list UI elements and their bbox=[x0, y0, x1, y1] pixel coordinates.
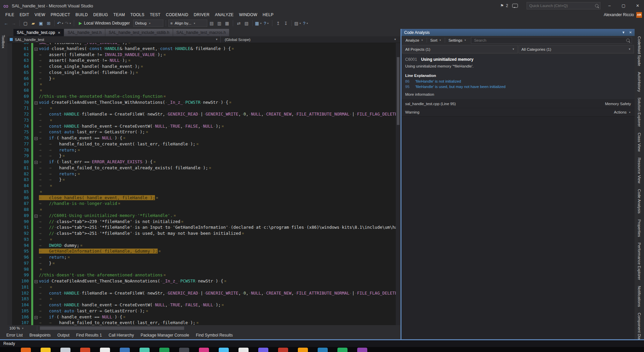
save-icon[interactable]: ▣ bbox=[38, 21, 44, 26]
menu-item-team[interactable]: TEAM bbox=[111, 12, 128, 17]
collapse-region-icon[interactable]: − bbox=[35, 48, 38, 51]
bottom-tab-call-hierarchy[interactable]: Call Hierarchy bbox=[106, 333, 137, 338]
align-right-icon[interactable]: ▦ bbox=[224, 21, 230, 26]
code-line[interactable]: 70−void·CreateFileAndEvent_ThenClose_Wit… bbox=[7, 99, 396, 105]
menu-item-analyze[interactable]: ANALYZE bbox=[212, 12, 236, 17]
menu-item-edit[interactable]: EDIT bbox=[17, 12, 32, 17]
tool-tab-codemaid-spade[interactable]: CodeMaid Spade bbox=[637, 36, 641, 66]
code-line[interactable]: 81→→handle_failed_to_create_event_alread… bbox=[7, 165, 396, 171]
taskbar-icon-10[interactable] bbox=[219, 348, 229, 352]
bottom-tab-package-manager-console[interactable]: Package Manager Console bbox=[138, 333, 192, 338]
filter-combo-1[interactable]: All Categories (1)▼ bbox=[519, 45, 634, 53]
code-line[interactable]: 95→GetHandleInformation(·fileHandle,·&du… bbox=[7, 248, 396, 254]
code-line[interactable]: 84→¤ bbox=[7, 183, 396, 189]
collapse-region-icon[interactable]: − bbox=[35, 137, 38, 140]
zoom-combo[interactable]: 100 % ▼ bbox=[7, 325, 37, 331]
doc-tab-SAL_handle_test.cpp[interactable]: SAL_handle_test.cpp✕ bbox=[13, 29, 64, 36]
taskbar-icon-2[interactable] bbox=[60, 348, 70, 352]
sort-dropdown[interactable]: Sort▼ bbox=[428, 38, 443, 42]
settings-dropdown[interactable]: Settings▼ bbox=[446, 38, 469, 42]
line-explanation-row[interactable]: 95'fileHandle' is used, but may not have… bbox=[401, 84, 635, 89]
fold-margin[interactable]: − bbox=[33, 314, 39, 320]
taskbar-icon-0[interactable] bbox=[21, 348, 31, 352]
code-analysis-search-box[interactable] bbox=[471, 37, 632, 44]
new-file-icon[interactable]: ▢ bbox=[22, 21, 29, 26]
tool-tab-properties[interactable]: Properties bbox=[637, 219, 641, 237]
collapse-region-icon[interactable]: − bbox=[35, 101, 38, 104]
start-debugger-button[interactable]: ▶Local Windows Debugger bbox=[76, 21, 132, 26]
taskbar-icon-4[interactable] bbox=[100, 348, 110, 352]
tool-tab-toolbox[interactable]: Toolbox bbox=[1, 35, 5, 48]
window-position-icon[interactable]: ▼ bbox=[622, 31, 625, 34]
scrollbar-thumb[interactable] bbox=[397, 57, 399, 125]
collapse-region-icon[interactable]: − bbox=[35, 316, 38, 319]
code-line[interactable]: 76−→if·(·handle_event·==·NULL·)·{¤ bbox=[7, 135, 396, 141]
code-line[interactable]: 83→→}¤ bbox=[7, 177, 396, 183]
warning-detail-card[interactable]: C6001Using uninitialized memory Using un… bbox=[401, 54, 635, 117]
menu-item-build[interactable]: BUILD bbox=[73, 12, 91, 17]
menu-item-help[interactable]: HELP bbox=[260, 12, 276, 17]
menu-item-test[interactable]: TEST bbox=[147, 12, 163, 17]
fold-margin[interactable]: − bbox=[33, 46, 39, 52]
navigate-forward-icon[interactable]: → bbox=[10, 21, 17, 26]
user-avatar[interactable]: AR bbox=[636, 12, 642, 18]
line-explanation-row[interactable]: 86'fileHandle' is not initialized bbox=[401, 79, 635, 84]
menu-item-driver[interactable]: DRIVER bbox=[191, 12, 212, 17]
code-line[interactable]: 106−→if·(·handle_event·==·NULL·)·{¤ bbox=[7, 314, 396, 320]
save-all-icon[interactable]: ⊞ bbox=[45, 21, 52, 26]
taskbar-icon-13[interactable] bbox=[278, 348, 288, 352]
code-line[interactable]: 62→assert(·fileHandle·!=·INVALID_HANDLE_… bbox=[7, 52, 396, 58]
more-information-link[interactable]: More information bbox=[401, 89, 635, 99]
scrollbar-thumb[interactable] bbox=[40, 326, 184, 330]
code-line[interactable]: 104→const·HANDLE·handle_event·=·CreateEv… bbox=[7, 302, 396, 308]
code-line[interactable]: 75→const·auto·last_err·=·GetLastError(·)… bbox=[7, 129, 396, 135]
bottom-tab-find-results-1[interactable]: Find Results 1 bbox=[73, 333, 105, 338]
schema-table-icon[interactable]: ▦▼ bbox=[255, 21, 262, 26]
compare-files-icon[interactable]: ⇄ bbox=[235, 21, 242, 26]
code-line[interactable]: 94→DWORD·dummy;¤ bbox=[7, 243, 396, 249]
taskbar-icon-15[interactable] bbox=[318, 348, 328, 352]
feedback-comment-icon[interactable] bbox=[512, 4, 518, 8]
code-line[interactable]: 107→→handle_failed_to_create_event(·last… bbox=[7, 320, 396, 325]
import-settings-icon[interactable]: ↧ bbox=[282, 21, 289, 26]
code-line[interactable]: 77→→handle_failed_to_create_event(·last_… bbox=[7, 141, 396, 147]
code-line[interactable]: 80−→if·(·last_err·==·ERROR_ALREADY_EXIST… bbox=[7, 159, 396, 165]
taskbar-icon-7[interactable] bbox=[159, 348, 169, 352]
quick-launch-box[interactable] bbox=[527, 2, 600, 9]
export-settings-icon[interactable]: ↥ bbox=[275, 21, 281, 26]
code-line[interactable]: 92→//·class="tab">→251·'*fileHandle'·is·… bbox=[7, 230, 396, 236]
menu-item-file[interactable]: FILE bbox=[3, 12, 17, 17]
fold-margin[interactable]: − bbox=[33, 135, 39, 141]
editor-horizontal-scrollbar[interactable] bbox=[37, 325, 400, 331]
taskbar-icon-9[interactable] bbox=[199, 348, 209, 352]
tool-tab-performance-explorer[interactable]: Performance Explorer bbox=[637, 243, 641, 280]
doc-tab-SAL_handle_test_macros.h[interactable]: SAL_handle_test_macros.h bbox=[173, 29, 229, 36]
code-line[interactable]: 72→const·HANDLE·fileHandle·=·CreateFileW… bbox=[7, 111, 396, 117]
quick-launch-input[interactable] bbox=[529, 3, 595, 8]
code-line[interactable]: 90→//·class="tab">→239·'*fileHandle'·is·… bbox=[7, 219, 396, 225]
fold-margin[interactable]: − bbox=[33, 213, 39, 219]
code-line[interactable]: 100−void·CreateFileAndEvent_ThenClose_No… bbox=[7, 278, 396, 284]
tool-tab-notifications[interactable]: Notifications bbox=[637, 286, 641, 307]
tool-tab-class-view[interactable]: Class View bbox=[637, 133, 641, 152]
code-line[interactable]: 65→close_single_handle(·fileHandle·);¤ bbox=[7, 70, 396, 76]
code-line[interactable]: 85¤ bbox=[7, 189, 396, 195]
code-line[interactable]: 101→¤ bbox=[7, 284, 396, 290]
taskbar-icon-14[interactable] bbox=[298, 348, 308, 352]
tool-tab-autohistory[interactable]: AutoHistory bbox=[637, 72, 641, 92]
taskbar-icon-1[interactable] bbox=[41, 348, 51, 352]
code-line[interactable]: 64→close_single_handle(·handle_event·);¤ bbox=[7, 63, 396, 70]
collapse-region-icon[interactable]: − bbox=[35, 215, 38, 218]
analyze-dropdown[interactable]: Analyze▼ bbox=[404, 38, 425, 42]
code-line[interactable]: 102→const·HANDLE·fileHandle·=·CreateFile… bbox=[7, 290, 396, 296]
taskbar-icon-17[interactable] bbox=[357, 348, 367, 352]
align-by-combo[interactable]: ≡Align by...▼ bbox=[168, 19, 207, 27]
code-line[interactable]: 98¤ bbox=[7, 266, 396, 272]
bottom-tab-breakpoints[interactable]: Breakpoints bbox=[26, 333, 54, 338]
undo-icon[interactable]: ↶▼ bbox=[57, 21, 64, 26]
code-line[interactable]: 89−→//C6001·Using·uninitialized·memory·'… bbox=[7, 213, 396, 219]
code-line[interactable]: 71→¤ bbox=[7, 105, 396, 111]
fold-margin[interactable]: − bbox=[33, 99, 39, 105]
code-line[interactable]: 96→return;¤ bbox=[7, 254, 396, 260]
menu-item-debug[interactable]: DEBUG bbox=[91, 12, 111, 17]
